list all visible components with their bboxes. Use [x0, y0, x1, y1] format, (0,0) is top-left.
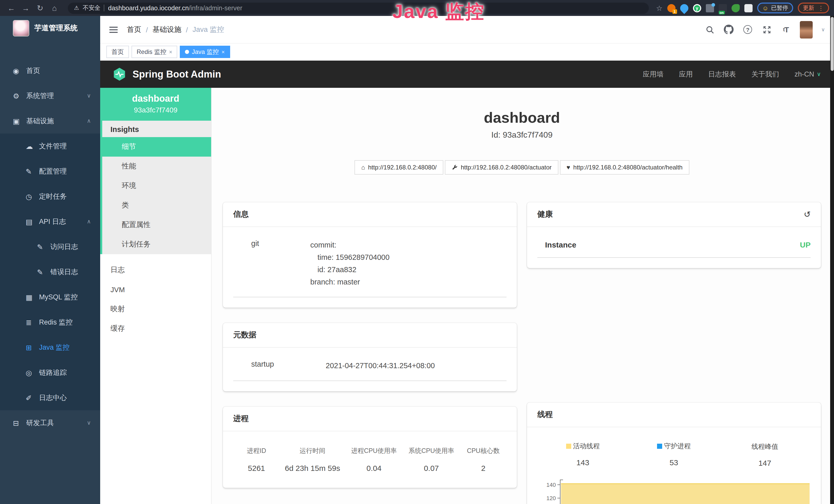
- sidebar-item-label: 研发工具: [26, 418, 54, 428]
- history-icon[interactable]: ↺: [804, 209, 811, 219]
- tab-label: 首页: [111, 47, 124, 56]
- close-icon[interactable]: ×: [221, 49, 225, 55]
- health-url-chip[interactable]: ♥ http://192.168.0.2:48080/actuator/heal…: [560, 160, 689, 175]
- browser-update-button[interactable]: 更新 ⋮: [798, 3, 829, 13]
- sidebar-item-logcenter[interactable]: ✐ 日志中心: [0, 385, 100, 410]
- sidebar-item-trace[interactable]: ◎ 链路追踪: [0, 360, 100, 385]
- page-scrollbar[interactable]: [830, 16, 834, 504]
- extensions-puzzle-icon[interactable]: [744, 4, 752, 12]
- sba-nav-about[interactable]: 关于我们: [751, 70, 779, 79]
- github-icon[interactable]: [724, 24, 734, 35]
- health-instance-row[interactable]: Instance UP: [537, 239, 811, 258]
- breadcrumb-home[interactable]: 首页: [127, 25, 141, 34]
- git-commit-id: id: 27aa832: [310, 264, 390, 276]
- browser-home-icon[interactable]: ⌂: [48, 4, 61, 12]
- sba-item-configprops[interactable]: 配置属性: [102, 215, 211, 235]
- extension-colorzilla-icon[interactable]: 1: [667, 4, 675, 12]
- app-logo-row[interactable]: 芋道管理系统: [0, 16, 100, 41]
- sidebar-item-home[interactable]: ◉ 首页: [0, 58, 100, 83]
- sba-item-logfile[interactable]: 日志: [100, 260, 211, 280]
- close-icon[interactable]: ×: [169, 49, 172, 55]
- cards-grid: 信息 git commit: time: 1596289704000 id: 2…: [223, 202, 821, 504]
- sba-item-metrics[interactable]: 性能: [102, 157, 211, 176]
- instance-url-chips: ⌂ http://192.168.0.2:48080/ http://192.1…: [223, 160, 821, 175]
- sba-item-jvm[interactable]: JVM: [100, 280, 211, 299]
- info-card-body: git commit: time: 1596289704000 id: 27aa…: [223, 227, 517, 307]
- sidebar-item-job[interactable]: ◷ 定时任务: [0, 184, 100, 209]
- gear-icon: ⚙: [13, 92, 26, 100]
- sba-nav-wall[interactable]: 应用墙: [643, 70, 663, 79]
- breadcrumb-infra[interactable]: 基础设施: [153, 25, 181, 34]
- search-icon[interactable]: [705, 24, 715, 35]
- browser-reload-icon[interactable]: ↻: [34, 3, 46, 13]
- sidebar-item-accesslog[interactable]: ✎ 访问日志: [0, 234, 100, 259]
- sba-sidebar-extra: 日志 JVM 映射 缓存: [100, 260, 211, 338]
- chevron-down-icon: ∨: [817, 71, 821, 77]
- sidebar-item-config[interactable]: ✎ 配置管理: [0, 159, 100, 184]
- pen-icon: ✐: [26, 394, 39, 402]
- instance-name: dashboard: [103, 93, 208, 104]
- tab-redis[interactable]: Redis 监控 ×: [132, 46, 177, 58]
- actuator-url-chip[interactable]: http://192.168.0.2:48080/actuator: [445, 160, 558, 175]
- hamburger-icon[interactable]: [109, 26, 118, 32]
- extension-switch-icon[interactable]: on: [719, 4, 727, 12]
- sba-instance-header[interactable]: dashboard 93a3fc7f7409: [100, 88, 211, 121]
- address-bar[interactable]: ⚠ 不安全 dashboard.yudao.iocoder.cn/infra/a…: [68, 2, 649, 14]
- sidebar-item-label: 错误日志: [50, 267, 78, 276]
- sidebar-item-redis[interactable]: ≣ Redis 监控: [0, 310, 100, 335]
- browser-back-icon[interactable]: ←: [5, 4, 18, 12]
- url-domain: dashboard.yudao.iocoder.cn: [108, 4, 189, 12]
- sba-nav-applications[interactable]: 应用: [679, 70, 693, 79]
- sidebar-item-file[interactable]: ☁ 文件管理: [0, 134, 100, 159]
- info-value: commit: time: 1596289704000 id: 27aa832 …: [310, 239, 390, 288]
- sidebar-item-system[interactable]: ⚙ 系统管理 ∨: [0, 83, 100, 108]
- sba-nav-journal[interactable]: 日志报表: [708, 70, 736, 79]
- process-col-syscpu: 系统CPU使用率 0.07: [403, 446, 460, 472]
- tab-home[interactable]: 首页: [106, 46, 129, 58]
- extension-y-icon[interactable]: y: [693, 4, 701, 12]
- omnibox-divider: [104, 5, 105, 11]
- info-card-title: 信息: [223, 202, 517, 227]
- help-icon[interactable]: ?: [743, 24, 753, 35]
- sidebar-item-devtool[interactable]: ⊟ 研发工具 ∨: [0, 410, 100, 435]
- metadata-card-body: startup 2021-04-27T00:44:31.254+08:00: [223, 347, 517, 391]
- sidebar-item-mysql[interactable]: ▦ MySQL 监控: [0, 284, 100, 310]
- font-size-icon[interactable]: tT: [781, 24, 791, 35]
- metadata-card: 元数据 startup 2021-04-27T00:44:31.254+08:0…: [223, 323, 517, 391]
- sba-item-environment[interactable]: 环境: [102, 176, 211, 196]
- sidebar-item-infra[interactable]: ▣ 基础设施 ∧: [0, 108, 100, 134]
- sba-item-details[interactable]: 细节: [100, 137, 211, 157]
- app-frame: 芋道管理系统 ◉ 首页 ⚙ 系统管理 ∨ ▣ 基础设施 ∧: [0, 16, 834, 504]
- tab-java[interactable]: Java 监控 ×: [180, 46, 230, 58]
- service-url-chip[interactable]: ⌂ http://192.168.0.2:48080/: [355, 160, 443, 175]
- insecure-warning-icon: ⚠: [74, 5, 79, 11]
- smiley-icon: ☺: [762, 4, 768, 12]
- sba-item-classes[interactable]: 类: [102, 196, 211, 215]
- legend-label: 线程峰值: [751, 442, 778, 451]
- bookmark-star-icon[interactable]: ☆: [656, 4, 662, 12]
- admin-menu: ◉ 首页 ⚙ 系统管理 ∨ ▣ 基础设施 ∧ ☁ 文件管理: [0, 58, 100, 435]
- scrollbar-thumb[interactable]: [831, 17, 834, 71]
- sba-item-mappings[interactable]: 映射: [100, 299, 211, 319]
- sba-language-select[interactable]: zh-CN ∨: [794, 70, 821, 78]
- extension-pin-icon[interactable]: [678, 2, 690, 14]
- browser-forward-icon[interactable]: →: [20, 4, 32, 12]
- legend-value: 53: [628, 458, 719, 467]
- cell-value: 5261: [233, 463, 280, 472]
- profile-paused-chip[interactable]: ☺ 已暂停: [757, 3, 793, 13]
- avatar[interactable]: [799, 21, 812, 38]
- wrench-icon: [452, 164, 458, 170]
- breadcrumb-separator: /: [186, 25, 188, 33]
- tab-label: Java 监控: [192, 47, 219, 56]
- sba-item-caches[interactable]: 缓存: [100, 319, 211, 338]
- extension-leaf-icon[interactable]: [731, 4, 740, 12]
- sba-brand[interactable]: Spring Boot Admin: [112, 67, 221, 81]
- fullscreen-icon[interactable]: [762, 24, 772, 35]
- extension-grid-icon[interactable]: [706, 4, 714, 12]
- browser-menu-kebab-icon[interactable]: ⋮: [818, 4, 824, 12]
- sidebar-item-apilog[interactable]: ▤ API 日志 ∧: [0, 209, 100, 234]
- avatar-caret-icon[interactable]: ∨: [821, 27, 825, 32]
- sba-item-scheduledtasks[interactable]: 计划任务: [102, 235, 211, 254]
- sidebar-item-errorlog[interactable]: ✎ 错误日志: [0, 259, 100, 284]
- sidebar-item-java[interactable]: ⊞ Java 监控: [0, 335, 100, 360]
